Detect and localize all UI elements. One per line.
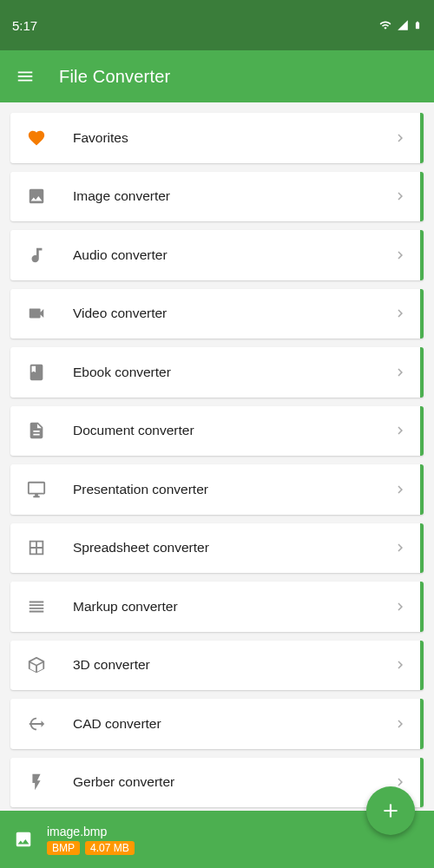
- converter-item-bolt[interactable]: Gerber converter: [10, 758, 424, 808]
- cad-icon: [24, 714, 49, 733]
- converter-item-cube[interactable]: 3D converter: [10, 641, 424, 691]
- file-name: image.bmp: [47, 825, 135, 838]
- converter-item-label: Presentation converter: [73, 482, 392, 497]
- file-badges: BMP 4.07 MB: [47, 841, 135, 855]
- menu-icon[interactable]: [16, 67, 35, 86]
- chevron-right-icon: [392, 130, 408, 146]
- battery-icon: [413, 18, 422, 32]
- app-bar: File Converter: [0, 50, 434, 102]
- spreadsheet-icon: [24, 538, 49, 557]
- document-icon: [24, 421, 49, 440]
- converter-item-image[interactable]: Image converter: [10, 172, 424, 222]
- chevron-right-icon: [392, 306, 408, 321]
- chevron-right-icon: [392, 365, 408, 380]
- markup-icon: [24, 597, 49, 616]
- converter-item-spreadsheet[interactable]: Spreadsheet converter: [10, 523, 424, 574]
- chevron-right-icon: [392, 599, 408, 615]
- converter-item-label: 3D converter: [73, 657, 392, 673]
- app-title: File Converter: [59, 67, 170, 87]
- cube-icon: [24, 655, 49, 674]
- wifi-icon: [378, 19, 392, 31]
- converter-item-label: Ebook converter: [73, 365, 392, 380]
- converter-item-label: Gerber converter: [73, 774, 392, 790]
- status-time: 5:17: [12, 18, 37, 33]
- converter-item-label: Favorites: [73, 130, 392, 146]
- converter-item-heart[interactable]: Favorites: [10, 113, 424, 163]
- converter-item-label: Document converter: [73, 423, 392, 438]
- chevron-right-icon: [392, 716, 408, 732]
- converter-item-audio[interactable]: Audio converter: [10, 230, 424, 280]
- signal-icon: [396, 19, 410, 31]
- bolt-icon: [24, 773, 49, 792]
- chevron-right-icon: [392, 482, 408, 497]
- converter-item-markup[interactable]: Markup converter: [10, 582, 424, 632]
- file-info: image.bmp BMP 4.07 MB: [47, 825, 135, 855]
- chevron-right-icon: [392, 423, 408, 438]
- audio-icon: [24, 246, 49, 265]
- converter-item-video[interactable]: Video converter: [10, 289, 424, 339]
- presentation-icon: [24, 480, 49, 499]
- chevron-right-icon: [392, 247, 408, 263]
- converter-item-label: Image converter: [73, 188, 392, 204]
- converter-item-label: Markup converter: [73, 599, 392, 615]
- converter-item-label: Spreadsheet converter: [73, 540, 392, 556]
- add-button[interactable]: [366, 786, 415, 835]
- chevron-right-icon: [392, 657, 408, 673]
- size-badge: 4.07 MB: [85, 841, 135, 855]
- converter-item-label: Audio converter: [73, 247, 392, 263]
- plus-icon: [379, 799, 402, 822]
- converter-item-label: CAD converter: [73, 716, 392, 732]
- status-bar: 5:17: [0, 0, 434, 50]
- image-file-icon: [12, 828, 35, 851]
- chevron-right-icon: [392, 188, 408, 204]
- bottom-file-bar[interactable]: image.bmp BMP 4.07 MB: [0, 811, 434, 868]
- converter-item-cad[interactable]: CAD converter: [10, 699, 424, 749]
- converter-item-presentation[interactable]: Presentation converter: [10, 464, 424, 515]
- chevron-right-icon: [392, 540, 408, 556]
- format-badge: BMP: [47, 841, 80, 855]
- converter-item-document[interactable]: Document converter: [10, 406, 424, 457]
- converter-item-label: Video converter: [73, 306, 392, 321]
- status-icons: [378, 18, 422, 32]
- image-icon: [24, 187, 49, 206]
- converter-item-book[interactable]: Ebook converter: [10, 347, 424, 398]
- converter-list: FavoritesImage converterAudio converterV…: [0, 102, 434, 811]
- heart-icon: [24, 128, 49, 148]
- book-icon: [24, 363, 49, 382]
- video-icon: [24, 304, 49, 323]
